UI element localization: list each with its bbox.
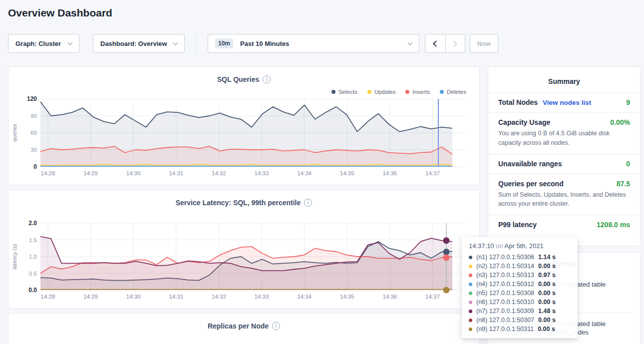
chevron-down-icon [173, 40, 178, 45]
toolbar-divider [196, 34, 197, 53]
time-range-badge: 10m [215, 38, 233, 48]
dashboard-dropdown[interactable]: Dashboard: Overview [93, 34, 185, 53]
tooltip-row: (n3) 127.0.0.1:503130.97 s [469, 271, 571, 280]
chevron-down-icon [68, 40, 73, 45]
series-dot-icon [469, 283, 472, 286]
y-tick-label: 90 [30, 113, 37, 119]
summary-row-label: Capacity Usage [498, 118, 550, 126]
tooltip-node-value: 0.00 s [538, 317, 556, 324]
series-dot-icon [469, 328, 472, 331]
time-range-label: Past 10 Minutes [240, 40, 289, 47]
x-tick-label: 14:34 [297, 170, 312, 176]
y-tick-label: 0 [33, 163, 37, 170]
y-tick-label: 30 [30, 147, 37, 153]
time-prev-button[interactable] [425, 34, 445, 52]
x-tick-label: 14:28 [41, 294, 55, 300]
summary-row: Queries per second87.5Sum of Selects, Up… [488, 174, 640, 215]
tooltip-node-label: (n9) 127.0.0.1:50311 [476, 326, 534, 333]
tooltip-row: (n8) 127.0.0.1:503070.00 s [469, 316, 571, 325]
tooltip-node-value: 0.97 s [538, 272, 556, 279]
chart-title-row: Replicas per Nodei [8, 322, 479, 330]
summary-row-label: Unavailable ranges [498, 160, 562, 168]
y-axis-title: queries [11, 123, 17, 142]
x-tick-label: 14:30 [126, 170, 141, 176]
summary-row-description: Sum of Selects, Updates, Inserts, and De… [498, 190, 630, 209]
chevron-down-icon [408, 40, 413, 45]
series-dot-icon [469, 292, 472, 295]
sql-queries-plot[interactable]: 14:2814:2914:3014:3114:3214:3314:3414:35… [8, 67, 480, 186]
chevron-right-icon [451, 40, 457, 47]
x-tick-label: 14:28 [41, 170, 55, 176]
chevron-left-icon [433, 40, 439, 47]
time-next-button[interactable] [445, 34, 465, 52]
x-tick-label: 14:31 [169, 170, 183, 176]
service-latency-plot[interactable]: 14:2814:2914:3014:3114:3214:3314:3414:35… [8, 190, 480, 309]
graph-dropdown[interactable]: Graph: Cluster [8, 34, 79, 53]
summary-row-value: 0 [626, 160, 630, 168]
x-tick-label: 14:36 [382, 170, 397, 176]
tooltip-node-value: 0.00 s [538, 326, 555, 333]
replicas-per-node-chart-card: Replicas per Nodei [8, 313, 480, 344]
tooltip-row: (n5) 127.0.0.1:503080.00 s [469, 289, 571, 298]
time-range-picker[interactable]: 10m Past 10 Minutes [208, 34, 419, 53]
x-tick-label: 14:36 [382, 294, 397, 300]
summary-row: P99 latency1208.0 ms [488, 215, 640, 235]
overview-dashboard-page: Overview Dashboard Graph: Cluster Dashbo… [0, 0, 644, 344]
tooltip-node-value: 1.48 s [538, 308, 556, 315]
info-icon[interactable]: i [272, 322, 280, 330]
tooltip-node-label: (n2) 127.0.0.1:50314 [476, 263, 534, 270]
tooltip-node-label: (n3) 127.0.0.1:50313 [476, 272, 534, 279]
sql-queries-chart-card: SQL Queriesi SelectsUpdatesInsertsDelete… [8, 66, 480, 185]
chart-hover-tooltip: 14:37:10 on Apr 5th, 2021 (n1) 127.0.0.1… [462, 237, 578, 339]
summary-row-label: Queries per second [498, 180, 564, 188]
hover-point-dot [443, 255, 450, 261]
x-tick-label: 14:32 [212, 294, 226, 300]
y-tick-label: 2.0 [28, 220, 37, 227]
hover-point-dot [443, 287, 450, 294]
x-tick-label: 14:37 [425, 170, 440, 176]
summary-title: Summary [488, 67, 640, 92]
series-dot-icon [469, 301, 472, 304]
series-dot-icon [469, 274, 472, 277]
summary-row: Total NodesView nodes list9 [488, 92, 640, 112]
hover-point-dot [443, 237, 450, 244]
tooltip-row: (n6) 127.0.0.1:503100.00 s [469, 298, 571, 307]
x-tick-label: 14:31 [169, 294, 183, 300]
graph-dropdown-label: Graph: Cluster [15, 40, 61, 47]
x-tick-label: 14:33 [255, 294, 269, 300]
tooltip-node-value: 0.00 s [538, 281, 556, 288]
series-dot-icon [469, 265, 472, 268]
summary-row-description: You are using 0 B of 4.5 GiB usable disk… [498, 129, 630, 148]
summary-row-value: 9 [626, 98, 630, 106]
series-dot-icon [469, 319, 472, 322]
series-dot-icon [469, 310, 472, 313]
summary-row: Unavailable ranges0 [488, 154, 640, 174]
y-tick-label: 1.5 [29, 237, 37, 243]
service-latency-chart-card: Service Latency: SQL, 99th percentilei 1… [8, 190, 480, 309]
replicas-per-node-chart-title: Replicas per Node [208, 322, 269, 330]
y-tick-label: 120 [27, 95, 37, 102]
tooltip-row: (n4) 127.0.0.1:503120.00 s [469, 280, 571, 289]
summary-row-value: 87.5 [617, 180, 630, 188]
y-axis-title: latency (s) [11, 244, 17, 270]
view-nodes-list-link[interactable]: View nodes list [543, 99, 591, 106]
y-tick-label: 60 [30, 130, 37, 136]
dashboard-dropdown-label: Dashboard: Overview [100, 40, 167, 47]
tooltip-row: (n7) 127.0.0.1:503091.48 s [469, 307, 571, 316]
tooltip-node-value: 0.00 s [538, 299, 556, 306]
summary-row-label: P99 latency [498, 221, 537, 229]
x-tick-label: 14:29 [83, 170, 98, 176]
y-tick-label: 0.5 [29, 271, 37, 277]
tooltip-node-label: (n6) 127.0.0.1:50310 [476, 299, 534, 306]
summary-panel: Summary Total NodesView nodes list9Capac… [488, 66, 641, 246]
summary-row-value: 1208.0 ms [597, 221, 630, 229]
tooltip-row: (n2) 127.0.0.1:503140.00 s [469, 262, 571, 271]
tooltip-node-label: (n8) 127.0.0.1:50307 [476, 317, 534, 324]
summary-row: Capacity Usage0.00%You are using 0 B of … [488, 112, 640, 154]
y-tick-label: 0.0 [28, 287, 37, 294]
x-tick-label: 14:35 [340, 294, 354, 300]
now-button[interactable]: Now [470, 34, 498, 53]
tooltip-timestamp: 14:37:10 on Apr 5th, 2021 [469, 242, 571, 250]
x-tick-label: 14:29 [83, 294, 98, 300]
x-tick-label: 14:32 [212, 170, 226, 176]
